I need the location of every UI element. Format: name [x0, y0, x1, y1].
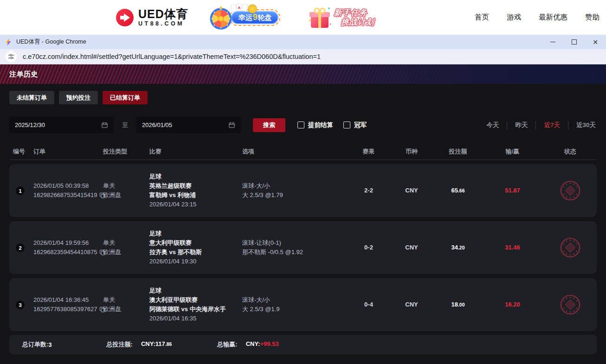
- option-market: 滚球-让球(0-1): [242, 238, 349, 248]
- minimize-button[interactable]: [542, 35, 563, 49]
- window-title: UED体育 - Google Chrome: [16, 38, 86, 46]
- tab-settled-orders[interactable]: 已结算订单: [103, 91, 148, 104]
- stake-decimals: .66: [458, 188, 465, 193]
- option-pick: 大 2.5/3 @1.79: [242, 191, 349, 200]
- order-tabs: 未结算订单 预约投注 已结算订单: [9, 84, 597, 104]
- currency: CNY: [388, 243, 435, 252]
- nav-games[interactable]: 游戏: [507, 13, 521, 22]
- col-header-winloss: 输/赢: [481, 147, 544, 156]
- total-orders-value: 3: [48, 341, 52, 348]
- col-header-option: 选项: [242, 147, 349, 156]
- match-teams: 阿德莱德联 vs 中央海岸水手: [149, 305, 242, 314]
- promo-lucky-roulette-banner[interactable]: A 幸运9轮盘: [208, 5, 280, 31]
- league: 意大利甲级联赛: [149, 238, 242, 248]
- task-line1: 新手任务: [334, 8, 374, 18]
- window-controls: ✕: [542, 35, 606, 49]
- search-button[interactable]: 搜索: [253, 118, 285, 132]
- calendar-icon: [101, 121, 108, 128]
- svg-text:A: A: [238, 5, 240, 9]
- nav-offers[interactable]: 最新优惠: [539, 13, 567, 22]
- row-number-badge: 3: [16, 300, 25, 309]
- task-line2: 挑战计划: [341, 18, 374, 27]
- minimize-icon: [550, 42, 555, 42]
- date-to-input[interactable]: 2026/01/05: [136, 117, 241, 133]
- date-to-value: 2026/01/05: [142, 121, 172, 128]
- close-icon: ✕: [593, 39, 598, 45]
- window-titlebar[interactable]: UED体育 - Google Chrome ✕: [0, 35, 606, 49]
- table-row: 3 2026/01/04 16:36:45 162957763808539762…: [9, 278, 597, 331]
- sport: 足球: [149, 286, 242, 295]
- league: 澳大利亚甲级联赛: [149, 295, 242, 305]
- match-time: 2026/01/04 19:30: [149, 257, 242, 266]
- currency: CNY: [388, 300, 435, 309]
- close-button[interactable]: ✕: [585, 35, 606, 49]
- nav-sponsor[interactable]: 赞助: [585, 13, 600, 22]
- nav-home[interactable]: 首页: [475, 13, 489, 22]
- date-from-value: 2025/12/30: [15, 121, 45, 128]
- tab-unsettled-orders[interactable]: 未结算订单: [9, 91, 54, 104]
- order-id: 1629826687535415419: [33, 191, 97, 200]
- date-from-input[interactable]: 2025/12/30: [9, 117, 114, 133]
- champion-checkbox[interactable]: [343, 121, 350, 128]
- logo-domain: UT88.COM: [138, 21, 188, 27]
- quick-filter-today[interactable]: 今天: [478, 121, 507, 129]
- site-header: UED体育 UT88.COM A: [0, 0, 606, 35]
- promo-newbie-task-banner[interactable]: 新手任务 挑战计划: [307, 5, 374, 31]
- quick-date-filters: 今天 昨天 近7天 近30天: [478, 121, 597, 129]
- total-winloss-label: 总输赢:: [217, 340, 237, 349]
- match-time: 2026/01/04 16:35: [149, 314, 242, 323]
- odds-type: 欧洲盘: [103, 248, 149, 257]
- table-row: 2 2026/01/04 19:59:56 162968235945441087…: [9, 221, 597, 274]
- tune-icon: [8, 53, 14, 60]
- option-market: 滚球-大/小: [242, 181, 349, 191]
- stake-amount: 65: [451, 187, 458, 194]
- match-time: 2026/01/04 23:15: [149, 200, 242, 209]
- roulette-label-post: 轮盘: [258, 13, 272, 21]
- bet-type: 单关: [103, 238, 149, 248]
- col-header-result: 赛果: [349, 147, 388, 156]
- champion-label: 冠军: [354, 121, 367, 129]
- summary-bar: 总订单数: 3 总投注额: CNY:117.86 总输赢: CNY:+99.53: [9, 335, 597, 354]
- currency: CNY: [388, 186, 435, 195]
- match-result: 0-2: [349, 243, 388, 252]
- option-pick: 大 2.5/3 @1.9: [242, 305, 349, 314]
- col-header-status: 状态: [544, 147, 597, 156]
- stake-decimals: .20: [458, 245, 465, 250]
- early-settlement-label: 提前结算: [308, 121, 333, 129]
- col-header-match: 比赛: [149, 147, 242, 156]
- sport: 足球: [149, 172, 242, 181]
- tab-reserved-bets[interactable]: 预约投注: [59, 91, 98, 104]
- early-settlement-checkbox-group[interactable]: 提前结算: [297, 121, 333, 129]
- col-header-currency: 币种: [388, 147, 435, 156]
- row-number-badge: 2: [16, 243, 25, 252]
- site-settings-button[interactable]: [6, 51, 17, 62]
- table-row: 1 2026/01/05 00:39:58 162982668753541541…: [9, 164, 597, 217]
- main-nav: 首页 游戏 最新优惠 赞助: [475, 13, 606, 22]
- early-settlement-checkbox[interactable]: [297, 121, 304, 128]
- sport: 足球: [149, 229, 242, 238]
- date-range-to-label: 至: [122, 121, 128, 129]
- logo-title: UED体育: [138, 8, 188, 20]
- calendar-icon: [228, 121, 235, 128]
- maximize-button[interactable]: [563, 35, 585, 49]
- address-bar[interactable]: c.e70cz.com/index.html#/settled?getUrlLa…: [0, 49, 606, 64]
- option-market: 滚球-大/小: [242, 295, 349, 305]
- quick-filter-last30days[interactable]: 近30天: [568, 121, 597, 129]
- winloss-amount: 31.46: [481, 243, 544, 252]
- total-winloss-value: CNY:+99.53: [246, 340, 279, 349]
- maximize-icon: [572, 39, 577, 45]
- filter-row: 2025/12/30 至 2026/01/05 搜索 提前结算 冠军 今天 昨天…: [9, 117, 597, 133]
- quick-filter-yesterday[interactable]: 昨天: [507, 121, 535, 129]
- odds-type: 欧洲盘: [103, 191, 149, 200]
- champion-checkbox-group[interactable]: 冠军: [343, 121, 367, 129]
- match-teams: 拉齐奥 vs 那不勒斯: [149, 248, 242, 257]
- quick-filter-last7days[interactable]: 近7天: [535, 121, 568, 129]
- site-logo[interactable]: UED体育 UT88.COM: [116, 8, 188, 27]
- stake-amount: 18: [451, 301, 458, 308]
- col-header-order: 订单: [33, 147, 103, 156]
- option-pick: 那不勒斯 -0/0.5 @1.92: [242, 248, 349, 257]
- settled-stamp-icon: [560, 180, 581, 201]
- url-text[interactable]: c.e70cz.com/index.html#/settled?getUrlLa…: [23, 53, 321, 60]
- stake-amount: 34: [451, 244, 458, 251]
- logo-arrow-icon: [116, 9, 134, 26]
